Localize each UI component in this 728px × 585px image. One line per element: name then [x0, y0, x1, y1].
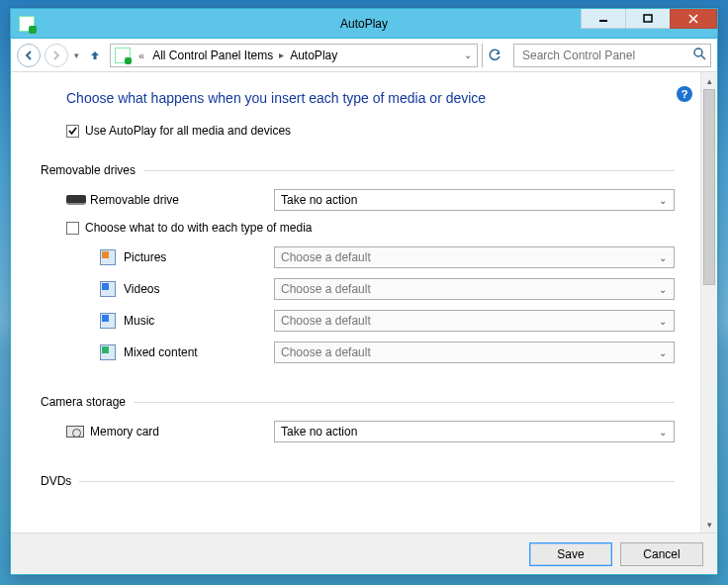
- per-media-label: Choose what to do with each type of medi…: [85, 221, 312, 235]
- memory-card-row: Memory card Take no action ⌄: [66, 421, 675, 442]
- select-value: Choose a default: [281, 282, 371, 296]
- media-label: Pictures: [124, 250, 274, 264]
- media-row-pictures: Pictures Choose a default ⌄: [100, 246, 675, 268]
- per-media-checkbox-row: Choose what to do with each type of medi…: [66, 221, 675, 235]
- scroll-thumb[interactable]: [703, 89, 715, 285]
- breadcrumb-current[interactable]: AutoPlay: [286, 49, 341, 62]
- removable-drive-select[interactable]: Take no action ⌄: [274, 189, 675, 211]
- chevron-down-icon: ⌄: [654, 190, 672, 210]
- help-icon[interactable]: ?: [677, 86, 692, 102]
- section-title: DVDs: [41, 474, 71, 488]
- mixed-content-icon: [100, 344, 116, 360]
- global-autoplay-checkbox-row: Use AutoPlay for all media and devices: [66, 124, 675, 138]
- memory-card-select[interactable]: Take no action ⌄: [274, 421, 675, 442]
- breadcrumb-overflow-icon[interactable]: «: [135, 49, 148, 61]
- divider: [134, 402, 675, 403]
- navbar: ▾ « All Control Panel Items ▸ AutoPlay ⌄: [11, 39, 717, 72]
- removable-drive-icon: [66, 195, 86, 205]
- chevron-right-icon: ▸: [277, 49, 286, 60]
- section-title: Removable drives: [41, 163, 136, 177]
- content: ? Choose what happens when you insert ea…: [11, 72, 700, 533]
- removable-drive-label: Removable drive: [90, 193, 274, 207]
- chevron-down-icon: ⌄: [654, 342, 672, 362]
- media-label: Mixed content: [124, 345, 274, 359]
- select-value: Take no action: [281, 193, 357, 207]
- videos-icon: [100, 281, 116, 297]
- mixed-select[interactable]: Choose a default ⌄: [274, 341, 675, 363]
- media-label: Music: [124, 314, 274, 328]
- minimize-button[interactable]: [581, 9, 626, 29]
- search-icon[interactable]: [692, 47, 706, 64]
- memory-card-icon: [66, 426, 84, 438]
- music-select[interactable]: Choose a default ⌄: [274, 310, 675, 332]
- scroll-down-button[interactable]: ▾: [701, 516, 717, 533]
- select-value: Choose a default: [281, 345, 371, 359]
- search-input[interactable]: [520, 48, 692, 63]
- control-panel-icon: [19, 16, 35, 32]
- vertical-scrollbar[interactable]: ▴ ▾: [700, 72, 717, 533]
- global-autoplay-label: Use AutoPlay for all media and devices: [85, 124, 291, 138]
- chevron-down-icon: ⌄: [654, 422, 672, 441]
- control-panel-icon: [115, 48, 131, 63]
- back-button[interactable]: [17, 44, 41, 67]
- removable-drive-row: Removable drive Take no action ⌄: [66, 189, 675, 211]
- chevron-down-icon: ⌄: [654, 247, 672, 267]
- media-label: Videos: [124, 282, 274, 296]
- svg-point-4: [694, 49, 702, 56]
- media-row-music: Music Choose a default ⌄: [100, 310, 675, 332]
- scroll-up-button[interactable]: ▴: [701, 72, 717, 89]
- chevron-down-icon: ⌄: [654, 279, 672, 299]
- divider: [79, 481, 675, 482]
- per-media-checkbox[interactable]: [66, 222, 79, 235]
- select-value: Take no action: [281, 425, 357, 439]
- scroll-track[interactable]: [701, 89, 717, 516]
- section-title: Camera storage: [41, 395, 126, 409]
- videos-select[interactable]: Choose a default ⌄: [274, 278, 675, 300]
- memory-card-label: Memory card: [90, 425, 274, 439]
- select-value: Choose a default: [281, 250, 371, 264]
- address-dropdown-icon[interactable]: ⌄: [459, 49, 477, 60]
- breadcrumb-parent[interactable]: All Control Panel Items: [148, 49, 277, 62]
- media-row-mixed: Mixed content Choose a default ⌄: [100, 341, 675, 363]
- pictures-select[interactable]: Choose a default ⌄: [274, 246, 675, 268]
- music-icon: [100, 313, 116, 329]
- select-value: Choose a default: [281, 314, 371, 328]
- address-bar[interactable]: « All Control Panel Items ▸ AutoPlay ⌄: [110, 44, 478, 67]
- autoplay-window: AutoPlay ▾ « All Control Panel: [10, 8, 718, 575]
- refresh-button[interactable]: [482, 44, 505, 67]
- forward-button[interactable]: [45, 44, 68, 67]
- maximize-button[interactable]: [625, 9, 671, 29]
- search-box[interactable]: [513, 44, 711, 67]
- client-area: ? Choose what happens when you insert ea…: [11, 72, 717, 533]
- cancel-button[interactable]: Cancel: [620, 542, 703, 566]
- window-controls: [582, 9, 717, 29]
- pictures-icon: [100, 249, 116, 265]
- svg-rect-1: [644, 15, 652, 22]
- footer: Save Cancel: [11, 533, 717, 574]
- titlebar: AutoPlay: [11, 9, 717, 39]
- up-button[interactable]: [84, 45, 106, 66]
- chevron-down-icon: ⌄: [654, 311, 672, 331]
- close-button[interactable]: [670, 9, 717, 29]
- section-camera-storage: Camera storage: [41, 395, 675, 409]
- divider: [143, 170, 675, 171]
- media-row-videos: Videos Choose a default ⌄: [100, 278, 675, 300]
- svg-line-5: [701, 55, 705, 59]
- global-autoplay-checkbox[interactable]: [66, 125, 79, 138]
- history-dropdown-icon[interactable]: ▾: [72, 50, 80, 60]
- section-removable-drives: Removable drives: [41, 163, 675, 177]
- save-button[interactable]: Save: [529, 542, 612, 566]
- page-heading: Choose what happens when you insert each…: [66, 90, 675, 106]
- section-dvds: DVDs: [41, 474, 675, 488]
